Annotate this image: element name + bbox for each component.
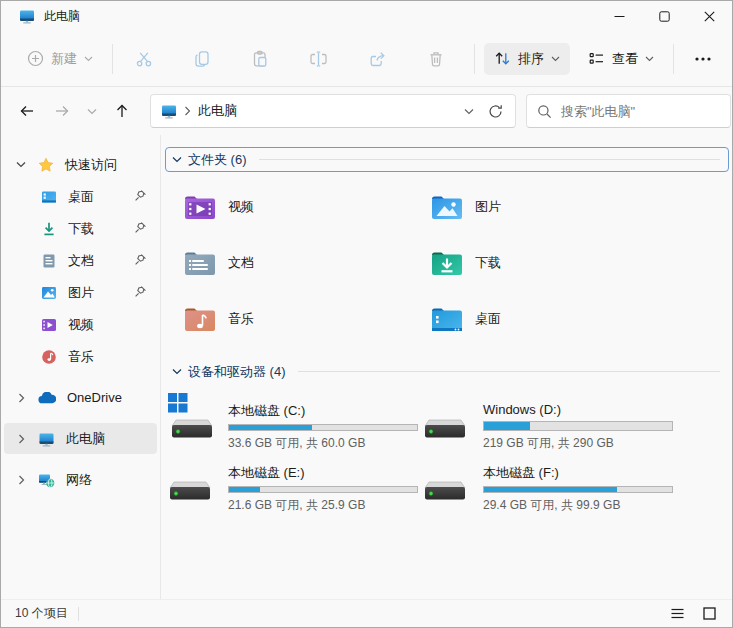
- star-icon: [38, 157, 54, 173]
- hard-drive-icon: [423, 476, 467, 502]
- breadcrumb-location[interactable]: 此电脑: [198, 102, 237, 120]
- this-pc-icon: [38, 431, 55, 447]
- forward-button[interactable]: [46, 95, 78, 127]
- maximize-button[interactable]: [642, 1, 687, 31]
- sidebar-item-onedrive[interactable]: OneDrive: [4, 382, 157, 413]
- sidebar-item-downloads[interactable]: 下载: [4, 213, 157, 244]
- up-button[interactable]: [106, 95, 138, 127]
- item-count: 10 个项目: [15, 605, 68, 622]
- share-button[interactable]: [355, 42, 400, 76]
- music-icon: [41, 349, 57, 365]
- title-bar: 此电脑: [1, 1, 732, 31]
- drive-item-c[interactable]: 本地磁盘 (C:) 33.6 GB 可用, 共 60.0 GB: [168, 390, 423, 452]
- copy-icon: [193, 50, 211, 68]
- drives-section-header[interactable]: 设备和驱动器 (4): [165, 359, 729, 384]
- network-icon: [38, 472, 55, 488]
- new-button[interactable]: 新建: [17, 43, 103, 75]
- drive-item-f[interactable]: 本地磁盘 (F:) 29.4 GB 可用, 共 99.9 GB: [423, 452, 678, 514]
- search-input[interactable]: [561, 104, 720, 119]
- sidebar-item-desktop[interactable]: 桌面: [4, 181, 157, 212]
- paste-icon: [251, 50, 269, 68]
- folder-item-videos[interactable]: 视频: [181, 187, 428, 227]
- address-dropdown-chevron-icon[interactable]: [456, 108, 482, 115]
- see-more-button[interactable]: [683, 49, 723, 69]
- videos-icon: [41, 318, 57, 332]
- view-button[interactable]: 查看: [578, 43, 664, 75]
- back-button[interactable]: [11, 95, 43, 127]
- sidebar-item-music[interactable]: 音乐: [4, 341, 157, 372]
- delete-button[interactable]: [414, 42, 458, 76]
- folder-item-music[interactable]: 音乐: [181, 299, 428, 339]
- drive-capacity-text: 33.6 GB 可用, 共 60.0 GB: [228, 435, 418, 452]
- sort-button[interactable]: 排序: [484, 43, 570, 75]
- capacity-bar-fill: [229, 425, 312, 430]
- sidebar-item-pictures[interactable]: 图片: [4, 277, 157, 308]
- sidebar-item-label: 桌面: [68, 188, 94, 206]
- section-rule: [259, 159, 721, 160]
- folder-label: 图片: [475, 198, 501, 216]
- folder-label: 视频: [228, 198, 254, 216]
- drive-name: 本地磁盘 (F:): [483, 464, 673, 482]
- sidebar-item-label: 网络: [66, 471, 92, 489]
- search-icon: [537, 104, 552, 119]
- pin-icon: [134, 253, 147, 266]
- document-icon: [41, 253, 57, 269]
- this-pc-icon: [19, 8, 35, 24]
- drive-name: 本地磁盘 (C:): [228, 402, 418, 420]
- capacity-bar-fill: [484, 487, 617, 492]
- rename-icon: [309, 50, 328, 68]
- drive-item-e[interactable]: 本地磁盘 (E:) 21.6 GB 可用, 共 25.9 GB: [168, 452, 423, 514]
- chevron-down-icon[interactable]: [14, 161, 28, 168]
- folder-item-pictures[interactable]: 图片: [428, 187, 675, 227]
- plus-circle-icon: [27, 50, 44, 67]
- capacity-bar: [483, 486, 673, 493]
- drive-capacity-text: 29.4 GB 可用, 共 99.9 GB: [483, 497, 673, 514]
- refresh-button[interactable]: [482, 104, 509, 119]
- pin-icon: [134, 221, 147, 234]
- recent-locations-button[interactable]: [81, 95, 103, 127]
- details-view-button[interactable]: [664, 603, 690, 625]
- large-icons-view-button[interactable]: [696, 603, 722, 625]
- paste-button[interactable]: [238, 42, 282, 76]
- sidebar-item-quick-access[interactable]: 快速访问: [4, 149, 157, 180]
- file-list-area: 文件夹 (6): [161, 135, 732, 601]
- address-bar[interactable]: 此电脑: [150, 94, 516, 128]
- toolbar-divider: [474, 44, 475, 74]
- hard-drive-icon: [170, 414, 214, 440]
- chevron-down-icon[interactable]: [172, 156, 182, 163]
- chevron-down-icon: [551, 56, 560, 62]
- section-title: 文件夹 (6): [188, 151, 247, 169]
- section-rule: [298, 371, 721, 372]
- downloads-folder-icon: [430, 249, 464, 277]
- rename-button[interactable]: [296, 42, 341, 76]
- folder-item-desktop[interactable]: 桌面: [428, 299, 675, 339]
- folder-label: 音乐: [228, 310, 254, 328]
- search-box[interactable]: [526, 94, 731, 128]
- chevron-down-icon: [645, 56, 654, 62]
- sidebar-item-this-pc[interactable]: 此电脑: [4, 423, 157, 454]
- minimize-button[interactable]: [597, 1, 642, 31]
- chevron-down-icon[interactable]: [172, 368, 182, 375]
- folder-item-downloads[interactable]: 下载: [428, 243, 675, 283]
- drive-item-d[interactable]: Windows (D:) 219 GB 可用, 共 290 GB: [423, 390, 678, 452]
- status-divider: [78, 607, 79, 621]
- chevron-right-icon[interactable]: [14, 393, 28, 403]
- new-button-label: 新建: [51, 50, 77, 68]
- file-explorer-window: 此电脑 新建: [0, 0, 733, 628]
- pin-icon: [134, 285, 147, 298]
- folder-label: 下载: [475, 254, 501, 272]
- cut-button[interactable]: [122, 42, 166, 76]
- drive-name: 本地磁盘 (E:): [228, 464, 418, 482]
- view-button-label: 查看: [612, 50, 638, 68]
- folders-section-header[interactable]: 文件夹 (6): [165, 147, 729, 172]
- copy-button[interactable]: [180, 42, 224, 76]
- close-button[interactable]: [687, 1, 732, 31]
- chevron-right-icon[interactable]: [14, 475, 28, 485]
- folder-label: 文档: [228, 254, 254, 272]
- sidebar-item-network[interactable]: 网络: [4, 464, 157, 495]
- chevron-right-icon[interactable]: [14, 434, 28, 444]
- folder-item-documents[interactable]: 文档: [181, 243, 428, 283]
- toolbar-divider: [112, 44, 113, 74]
- sidebar-item-documents[interactable]: 文档: [4, 245, 157, 276]
- sidebar-item-videos[interactable]: 视频: [4, 309, 157, 340]
